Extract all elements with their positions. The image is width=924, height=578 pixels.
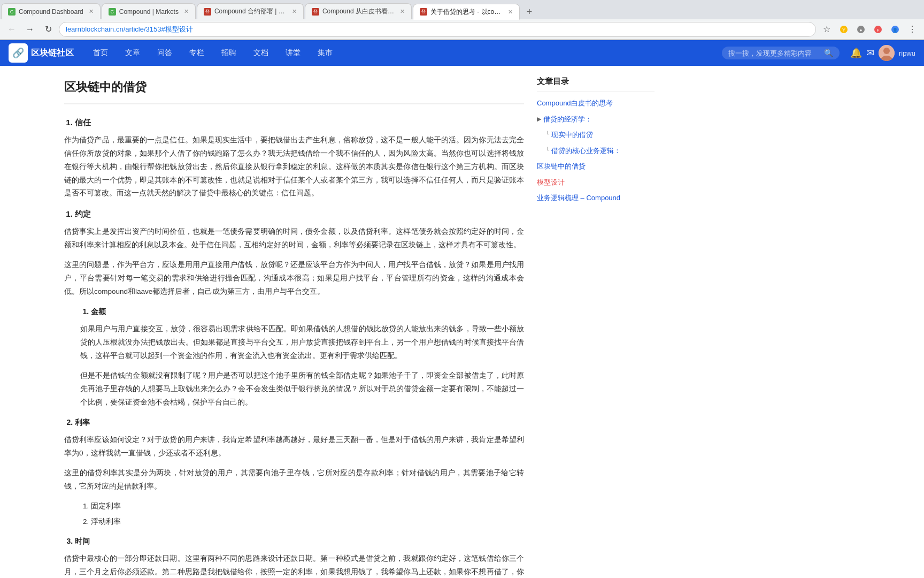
toc-link-model[interactable]: 模型设计	[537, 177, 565, 188]
bookmark-icon[interactable]: ☆	[819, 22, 834, 37]
heading-interest: 利率	[75, 416, 524, 429]
tab4-close[interactable]: ✕	[400, 8, 405, 15]
toc-sub-arrow-real: └	[545, 131, 549, 137]
tab1-close[interactable]: ✕	[89, 8, 94, 15]
username: ripwu	[899, 49, 915, 57]
nav-docs[interactable]: 文档	[250, 46, 272, 60]
toc-item-economics: ▶ 借贷的经济学：	[537, 114, 654, 128]
logo-symbol: 🔗	[12, 47, 24, 59]
svg-text:F: F	[877, 28, 880, 33]
para-interest1: 借贷利率应该如何设定？对于放贷的用户来讲，我肯定希望利率越高越好，最好是三天翻一…	[64, 434, 524, 460]
para-agreement2: 这里的问题是，作为平台方，应该是用用户直接用户借钱，放贷呢？还是应该平台方作为中…	[64, 258, 524, 299]
float-rate-item: 浮动利率	[91, 515, 524, 528]
tab-bar: C Compound Dashboard ✕ C Compound | Mark…	[0, 0, 924, 19]
section-time: 时间 借贷中最核心的一部分即还款日期。这里有两种不同的思路来设计还款日期。第一种…	[64, 535, 524, 578]
toc-link-blockchain-lending[interactable]: 区块链中的借贷	[537, 161, 586, 172]
tab-lending-thoughts[interactable]: 登 关于借贷的思考 - 以compound... ✕	[413, 4, 520, 20]
para-interest2: 这里的借贷利率其实是分为两块，针对放贷的用户，其需要向池子里存钱，它所对应的是存…	[64, 467, 524, 493]
toc-link-real-lending[interactable]: 现实中的借贷	[551, 130, 593, 140]
para-trust: 作为借贷产品，最重要的一点是信任。如果是现实生活中，要把钱借出去产生利息，俗称放…	[64, 134, 524, 201]
section-interest: 利率 借贷利率应该如何设定？对于放贷的用户来讲，我肯定希望利率越高越好，最好是三…	[64, 416, 524, 528]
toc-item-model: 模型设计	[537, 177, 654, 191]
toc-item-whitepaper: Compound白皮书的思考	[537, 98, 654, 112]
tab5-close[interactable]: ✕	[508, 9, 513, 16]
heading-amount: 金额	[91, 305, 524, 318]
nav-qa[interactable]: 问答	[154, 46, 175, 60]
para-amount1: 如果用户与用户直接交互，放贷，很容易出现需求供给不匹配。即如果借钱的人想借的钱比…	[80, 323, 524, 363]
nav-article[interactable]: 文章	[122, 46, 143, 60]
extension-icon3[interactable]: F	[871, 22, 886, 37]
toc-arrow-economics: ▶	[537, 116, 541, 123]
toc-link-core-logic[interactable]: 借贷的核心业务逻辑：	[551, 146, 621, 156]
browser-toolbar: ☆ Y ● F 👤 ⋮	[819, 22, 920, 37]
tab1-title: Compound Dashboard	[19, 8, 83, 16]
tab2-title: Compound | Markets	[119, 8, 179, 16]
heading-trust: 信任	[75, 115, 524, 130]
tab2-favicon: C	[109, 8, 116, 16]
site-logo[interactable]: 🔗 区块链社区	[9, 43, 74, 63]
back-button[interactable]: ←	[4, 22, 19, 37]
search-input[interactable]	[728, 49, 821, 57]
nav-home[interactable]: 首页	[90, 46, 111, 60]
fixed-rate-item: 固定利率	[91, 500, 524, 513]
heading-agreement: 约定	[75, 207, 524, 221]
tab-compound-dashboard[interactable]: C Compound Dashboard ✕	[1, 3, 101, 19]
tab-compound-whitepaper[interactable]: 登 Compound 从白皮书看业务逻辑 ✕	[305, 3, 412, 19]
tab4-favicon: 登	[312, 8, 319, 16]
section-agreement: 约定 借贷事实上是发挥出资产的时间价值，也就是一笔债务需要明确的时间，债务金额，…	[64, 207, 524, 299]
heading-time: 时间	[75, 535, 524, 548]
tab3-favicon: 登	[204, 8, 211, 16]
forward-button[interactable]: →	[22, 22, 37, 37]
site-nav: 🔗 区块链社区 首页 文章 问答 专栏 招聘 文档 讲堂 集市 🔍 🔔 ✉ ri…	[0, 40, 924, 66]
browser-chrome: C Compound Dashboard ✕ C Compound | Mark…	[0, 0, 924, 40]
toc-title: 文章目录	[537, 77, 654, 92]
article-title: 区块链中的借贷	[64, 77, 524, 104]
extension-icon2[interactable]: ●	[853, 22, 868, 37]
nav-jobs[interactable]: 招聘	[218, 46, 240, 60]
tab3-title: Compound 合约部署 | 登链社区	[214, 7, 287, 16]
tab2-close[interactable]: ✕	[184, 8, 189, 15]
sidebar-toc: 文章目录 Compound白皮书的思考 ▶ 借贷的经济学： └ 现实中的借贷 └…	[537, 77, 654, 209]
svg-point-9	[883, 48, 890, 54]
toc-item-blockchain-lending: 区块链中的借贷	[537, 161, 654, 175]
more-options-icon[interactable]: ⋮	[905, 22, 920, 37]
new-tab-button[interactable]: +	[522, 4, 537, 19]
mail-icon[interactable]: ✉	[866, 47, 874, 59]
toc-sub-arrow-core: └	[545, 147, 549, 153]
tab4-title: Compound 从白皮书看业务逻辑	[322, 7, 395, 16]
toc-subitem-core-logic: └ 借贷的核心业务逻辑：	[545, 146, 654, 159]
address-input[interactable]	[59, 22, 816, 37]
main-layout: 区块链中的借贷 信任 作为借贷产品，最重要的一点是信任。如果是现实生活中，要把钱…	[0, 66, 749, 578]
para-time1: 借贷中最核心的一部分即还款日期。这里有两种不同的思路来设计还款日期。第一种模式是…	[64, 552, 524, 578]
nav-market[interactable]: 集市	[314, 46, 336, 60]
notification-icon[interactable]: 🔔	[850, 47, 862, 59]
toc-item-business-logic: 业务逻辑梳理 – Compound	[537, 193, 654, 207]
interest-types: 固定利率 浮动利率	[80, 500, 524, 528]
section-amount: 金额 如果用户与用户直接交互，放贷，很容易出现需求供给不匹配。即如果借钱的人想借…	[80, 305, 524, 409]
svg-text:👤: 👤	[892, 27, 898, 33]
tab1-favicon: C	[8, 8, 16, 16]
avatar[interactable]	[879, 45, 895, 61]
nav-column[interactable]: 专栏	[186, 46, 207, 60]
extension-icon1[interactable]: Y	[836, 22, 851, 37]
search-box[interactable]: 🔍	[722, 47, 840, 59]
tab5-favicon: 登	[420, 8, 427, 16]
logo-icon: 🔗	[9, 43, 28, 63]
nav-actions: 🔔 ✉ ripwu	[850, 45, 915, 61]
toc-link-economics[interactable]: 借贷的经济学：	[543, 114, 592, 125]
toc-link-whitepaper[interactable]: Compound白皮书的思考	[537, 98, 613, 109]
tab5-title: 关于借贷的思考 - 以compound...	[430, 7, 503, 17]
reload-button[interactable]: ↻	[41, 22, 56, 37]
para-agreement1: 借贷事实上是发挥出资产的时间价值，也就是一笔债务需要明确的时间，债务金额，以及借…	[64, 225, 524, 252]
section-trust: 信任 作为借贷产品，最重要的一点是信任。如果是现实生活中，要把钱借出去产生利息，…	[64, 115, 524, 201]
toc-sub-economics: └ 现实中的借贷 └ 借贷的核心业务逻辑：	[537, 130, 654, 159]
toc-link-business-logic[interactable]: 业务逻辑梳理 – Compound	[537, 193, 620, 203]
tab-compound-deploy[interactable]: 登 Compound 合约部署 | 登链社区 ✕	[197, 3, 304, 19]
profile-icon[interactable]: 👤	[888, 22, 903, 37]
tab3-close[interactable]: ✕	[292, 8, 297, 15]
search-icon[interactable]: 🔍	[824, 49, 833, 57]
para-amount2: 但是不是借钱的金额就没有限制了呢？用户是否可以把这个池子里所有的钱全部借走呢？如…	[80, 369, 524, 409]
toc-group-economics: ▶ 借贷的经济学： └ 现实中的借贷 └ 借贷的核心业务逻辑：	[537, 114, 654, 159]
tab-compound-markets[interactable]: C Compound | Markets ✕	[102, 3, 196, 19]
nav-course[interactable]: 讲堂	[282, 46, 304, 60]
